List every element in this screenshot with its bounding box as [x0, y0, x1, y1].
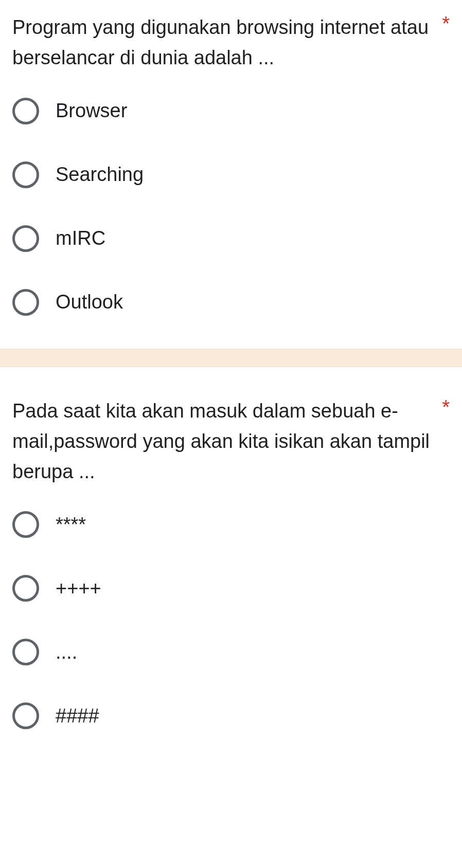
- radio-icon: [12, 511, 39, 538]
- radio-option-hash[interactable]: ####: [12, 702, 450, 729]
- option-label: Browser: [56, 100, 127, 122]
- radio-option-browser[interactable]: Browser: [12, 98, 450, 124]
- option-label: Searching: [56, 164, 144, 186]
- radio-option-outlook[interactable]: Outlook: [12, 289, 450, 316]
- radio-option-mirc[interactable]: mIRC: [12, 225, 450, 252]
- required-indicator: *: [442, 12, 450, 36]
- question-text: Pada saat kita akan masuk dalam sebuah e…: [12, 396, 436, 487]
- radio-option-searching[interactable]: Searching: [12, 161, 450, 188]
- question-card-2: Pada saat kita akan masuk dalam sebuah e…: [0, 367, 462, 742]
- radio-icon: [12, 289, 39, 316]
- radio-icon: [12, 575, 39, 602]
- radio-icon: [12, 225, 39, 252]
- question-text: Program yang digunakan browsing internet…: [12, 12, 436, 73]
- options-list: Browser Searching mIRC Outlook: [12, 98, 450, 316]
- option-label: ....: [56, 641, 77, 663]
- question-header: Program yang digunakan browsing internet…: [12, 12, 450, 73]
- option-label: ++++: [56, 577, 101, 600]
- question-card-1: Program yang digunakan browsing internet…: [0, 0, 462, 349]
- section-separator: [0, 349, 462, 367]
- radio-option-plus[interactable]: ++++: [12, 575, 450, 602]
- radio-icon: [12, 98, 39, 124]
- option-label: mIRC: [56, 227, 105, 249]
- option-label: Outlook: [56, 291, 123, 313]
- radio-icon: [12, 161, 39, 188]
- question-header: Pada saat kita akan masuk dalam sebuah e…: [12, 396, 450, 487]
- required-indicator: *: [442, 396, 450, 420]
- radio-icon: [12, 702, 39, 729]
- option-label: ****: [56, 514, 86, 536]
- radio-option-asterisks[interactable]: ****: [12, 511, 450, 538]
- radio-option-dots[interactable]: ....: [12, 639, 450, 665]
- radio-icon: [12, 639, 39, 665]
- option-label: ####: [56, 705, 99, 727]
- options-list: **** ++++ .... ####: [12, 511, 450, 729]
